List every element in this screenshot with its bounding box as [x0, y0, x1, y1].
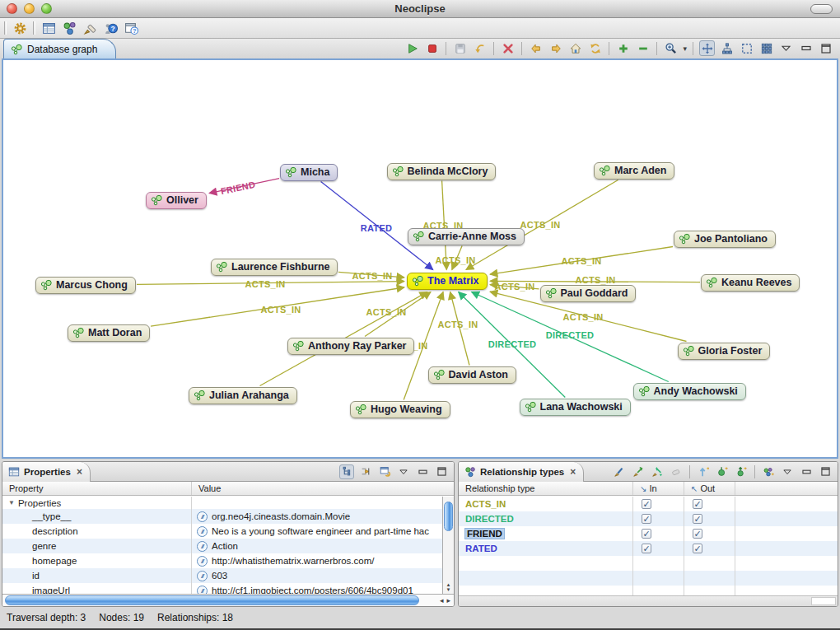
home-button[interactable] [567, 40, 583, 56]
add-node-outgoing-button[interactable]: ✦ [734, 464, 749, 479]
scrollbar-thumb[interactable] [5, 595, 419, 605]
relationship-row-DIRECTED[interactable]: DIRECTED✓✓ [459, 511, 838, 526]
highlight-relationship-button[interactable] [612, 464, 627, 479]
graph-node-laurence[interactable]: Laurence Fishburne [211, 259, 338, 276]
property-row-description[interactable]: description//Neo is a young software eng… [2, 524, 442, 539]
property-row-homepage[interactable]: homepage//http://whatisthematrix.warnerb… [2, 553, 442, 568]
checkbox[interactable]: ✓ [642, 514, 651, 524]
column-header-in[interactable]: ↘In [633, 482, 684, 495]
graph-node-lana[interactable]: Lana Wachowski [520, 399, 631, 416]
checkbox[interactable]: ✓ [693, 544, 702, 553]
tab-relationship-types[interactable]: Relationship types × [459, 462, 584, 482]
relationship-bottom-scrollstrip[interactable] [459, 595, 838, 606]
decrease-depth-button[interactable] [635, 40, 651, 56]
checkbox[interactable]: ✓ [642, 544, 651, 553]
view-menu-chevron[interactable] [778, 40, 794, 56]
column-header-value[interactable]: Value [192, 482, 454, 495]
property-row-imageUrl[interactable]: imageUrl//http://cf1.imgobject.com/poste… [2, 583, 442, 594]
checkbox[interactable]: ✓ [642, 529, 651, 539]
graph-node-belinda[interactable]: Belinda McClory [387, 163, 497, 180]
scrollbar-arrows[interactable]: ▲▼ [443, 582, 454, 592]
graph-node-david[interactable]: David Aston [428, 366, 516, 384]
graph-node-anthony[interactable]: Anthony Ray Parker [287, 338, 414, 355]
graph-node-joe[interactable]: Joe Pantoliano [674, 231, 776, 248]
toolbar-drag-handle[interactable] [33, 21, 35, 35]
relationship-row-ACTS_IN[interactable]: ACTS_IN✓✓ [459, 497, 838, 511]
column-header-type[interactable]: Relationship type [459, 482, 633, 495]
toolbar-drag-handle[interactable] [4, 21, 7, 35]
scrollbar-thumb[interactable] [444, 502, 453, 531]
highlight-outgoing-button[interactable] [650, 464, 665, 479]
tree-mode-button[interactable] [339, 464, 354, 479]
add-relationship-type-button[interactable]: ✦ [761, 464, 776, 479]
graph-node-marcaden[interactable]: Marc Aden [594, 162, 674, 180]
save-icon[interactable] [452, 40, 468, 56]
revert-icon[interactable] [472, 40, 488, 56]
tab-database-graph[interactable]: Database graph [3, 39, 116, 58]
toolbar-toggle-pill[interactable] [810, 4, 833, 14]
increase-depth-button[interactable] [615, 40, 631, 56]
graph-node-matrix[interactable]: The Matrix [407, 273, 488, 290]
graph-node-matt[interactable]: Matt Doran [68, 324, 150, 342]
add-node-incoming-button[interactable]: ✦ [715, 464, 730, 479]
maximize-view-icon[interactable] [818, 40, 833, 56]
view-menu-chevron[interactable] [780, 464, 795, 479]
checkbox[interactable]: ✓ [642, 499, 651, 509]
graph-node-marcus[interactable]: Marcus Chong [35, 277, 136, 294]
properties-horizontal-scrollbar[interactable]: ◂▸ [2, 594, 454, 606]
columns-mode-button[interactable] [358, 464, 373, 479]
view-menu-chevron[interactable] [396, 464, 411, 479]
maximize-view-icon[interactable] [434, 464, 449, 479]
graph-node-olliver[interactable]: Olliver [146, 192, 207, 209]
graph-view-icon[interactable] [62, 21, 77, 35]
start-traversal-button[interactable] [404, 40, 420, 56]
minimize-view-icon[interactable] [799, 464, 814, 479]
stop-button[interactable] [424, 40, 440, 56]
tab-properties[interactable]: Properties × [2, 462, 91, 482]
graph-canvas[interactable]: FRIENDRATEDACTS_INACTS_INACTS_INACTS_INA… [2, 58, 838, 459]
dynamic-help-icon[interactable]: ? [124, 21, 138, 35]
checkbox[interactable]: ✓ [693, 514, 702, 524]
graph-node-keanu[interactable]: Keanu Reeves [701, 274, 800, 292]
tree-layout-button[interactable] [719, 40, 735, 56]
help-contents-icon[interactable]: ? [103, 21, 118, 35]
add-incoming-node-button[interactable]: ✦ [696, 464, 711, 479]
scrollbar-arrows[interactable]: ◂▸ [440, 595, 450, 606]
decorate-brush-icon[interactable] [82, 21, 97, 35]
minimize-view-icon[interactable] [415, 464, 430, 479]
checkbox[interactable]: ✓ [693, 499, 702, 509]
relationship-row-FRIEND[interactable]: FRIEND✓✓ [459, 526, 838, 541]
graph-node-julian[interactable]: Julian Arahanga [189, 387, 297, 404]
property-row-id[interactable]: id//603 [2, 568, 442, 583]
delete-icon[interactable] [500, 40, 516, 56]
column-header-property[interactable]: Property [2, 482, 192, 495]
close-icon[interactable]: × [77, 468, 82, 476]
spring-layout-button[interactable] [699, 40, 715, 56]
property-row-__type__[interactable]: __type__//org.neo4j.cineasts.domain.Movi… [2, 509, 442, 524]
refresh-button[interactable] [587, 40, 603, 56]
forward-button[interactable] [548, 40, 563, 56]
graph-node-carrie[interactable]: Carrie-Anne Moss [408, 228, 525, 245]
properties-category-row[interactable]: ▼Properties [2, 497, 442, 509]
marquee-select-button[interactable] [739, 40, 754, 56]
preferences-gear-icon[interactable] [12, 21, 27, 35]
back-button[interactable] [528, 40, 544, 56]
property-row-genre[interactable]: genre//Action [2, 539, 442, 553]
close-icon[interactable]: × [570, 468, 576, 476]
highlight-incoming-button[interactable] [631, 464, 646, 479]
properties-table-icon[interactable] [41, 21, 56, 35]
zoom-tool-button[interactable] [663, 40, 679, 56]
refresh-table-button[interactable] [377, 464, 392, 479]
maximize-view-icon[interactable] [818, 464, 833, 479]
grid-layout-button[interactable] [758, 40, 774, 56]
minimize-view-icon[interactable] [798, 40, 814, 56]
properties-vertical-scrollbar[interactable]: ▲▼ [442, 497, 454, 594]
graph-node-andy[interactable]: Andy Wachowski [633, 383, 746, 400]
graph-node-gloria[interactable]: Gloria Foster [678, 343, 771, 360]
graph-node-paul[interactable]: Paul Goddard [540, 285, 637, 302]
checkbox[interactable]: ✓ [693, 529, 702, 539]
graph-node-micha[interactable]: Micha [280, 164, 338, 181]
graph-node-hugo[interactable]: Hugo Weaving [350, 401, 450, 418]
expand-triangle-icon[interactable]: ▼ [8, 499, 15, 506]
relationship-row-RATED[interactable]: RATED✓✓ [459, 541, 838, 556]
